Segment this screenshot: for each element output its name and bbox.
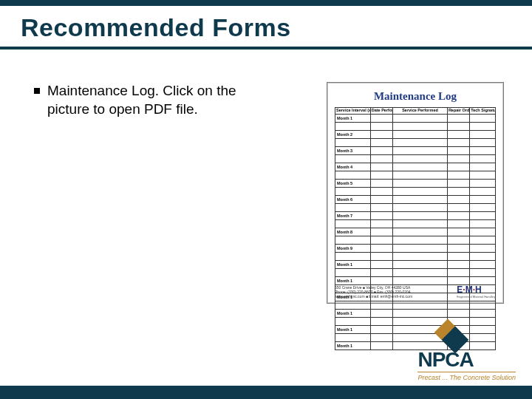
- maintenance-log-pdf-link[interactable]: Maintenance Log Service Interval (set at…: [327, 82, 504, 304]
- table-row: [335, 301, 496, 309]
- col-service-performed: Service Performed: [393, 108, 448, 115]
- npca-logo: NPCA Precast ... The Concrete Solution: [417, 321, 516, 381]
- bullet-text: Maintenance Log. Click on the picture to…: [47, 82, 278, 118]
- table-row: Month 9: [335, 244, 496, 252]
- bullet-square-icon: [34, 88, 40, 94]
- col-service-interval: Service Interval (set at 12 month): [335, 108, 371, 115]
- table-row: Month 4: [335, 163, 496, 171]
- pdf-title: Maintenance Log: [335, 90, 496, 103]
- pdf-footer-line3: www.emh-inc.com ■ Email: emh@emh-inc.com: [335, 294, 412, 299]
- pdf-footer-brand-sub: Engineered Material Handling: [457, 295, 496, 299]
- table-row: [335, 219, 496, 228]
- table-row: Month 1: [335, 309, 496, 317]
- bottom-accent-bar: [0, 386, 532, 399]
- maintenance-log-table: Service Interval (set at 12 month) Date …: [335, 107, 496, 350]
- table-row: [335, 236, 496, 244]
- pdf-footer: 550 Crane Drive ■ Valley City, OH 44280 …: [335, 284, 496, 299]
- table-row: [335, 268, 496, 276]
- col-date-performed: Date Performe: [370, 108, 392, 115]
- table-row: Month 8: [335, 228, 496, 236]
- table-row: [335, 187, 496, 195]
- table-row: Month 2: [335, 130, 496, 138]
- table-header-row: Service Interval (set at 12 month) Date …: [335, 108, 496, 115]
- table-body: Month 1 Month 2 Month 3 Month 4 Month 5 …: [335, 114, 496, 349]
- slide-body: Maintenance Log. Click on the picture to…: [0, 50, 532, 304]
- table-row: [335, 203, 496, 211]
- slide-title: Recommended Forms: [21, 13, 511, 42]
- table-row: Month 5: [335, 179, 496, 187]
- title-bar: Recommended Forms: [0, 6, 532, 50]
- col-tech-signature: Tech Signature: [470, 108, 496, 115]
- table-row: Month 6: [335, 195, 496, 203]
- table-row: [335, 252, 496, 260]
- npca-wordmark: NPCA: [417, 349, 516, 370]
- npca-tagline: Precast ... The Concrete Solution: [417, 372, 516, 381]
- table-row: Month 7: [335, 211, 496, 219]
- table-row: Month 1: [335, 114, 496, 122]
- table-row: [335, 122, 496, 130]
- table-row: Month 1: [335, 276, 496, 284]
- table-row: [335, 154, 496, 163]
- pdf-footer-brand: E·M·H Engineered Material Handling: [457, 284, 496, 299]
- table-row: [335, 138, 496, 146]
- npca-diamond-icon: [432, 321, 468, 351]
- bullet-item: Maintenance Log. Click on the picture to…: [34, 82, 278, 118]
- thumbnail-column: Maintenance Log Service Interval (set at…: [319, 82, 511, 304]
- table-row: [335, 171, 496, 179]
- pdf-footer-address: 550 Crane Drive ■ Valley City, OH 44280 …: [335, 285, 412, 299]
- bullet-column: Maintenance Log. Click on the picture to…: [34, 82, 301, 304]
- table-row: Month 3: [335, 146, 496, 154]
- slide: Recommended Forms Maintenance Log. Click…: [0, 0, 532, 399]
- col-repair-order: Repair Order No.: [447, 108, 469, 115]
- table-row: Month 1: [335, 260, 496, 268]
